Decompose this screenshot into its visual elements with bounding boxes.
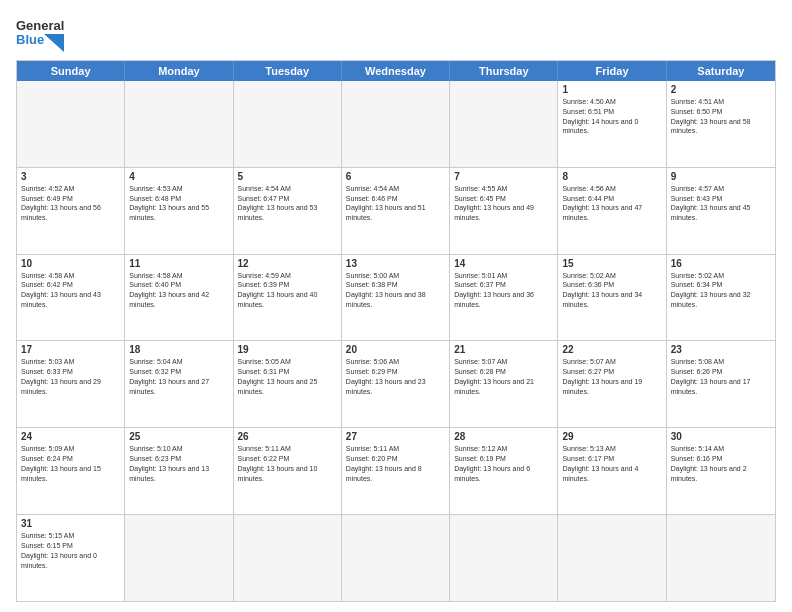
calendar-cell: 14Sunrise: 5:01 AM Sunset: 6:37 PM Dayli…	[450, 255, 558, 341]
calendar-cell: 20Sunrise: 5:06 AM Sunset: 6:29 PM Dayli…	[342, 341, 450, 427]
calendar-cell	[125, 81, 233, 167]
calendar-cell: 17Sunrise: 5:03 AM Sunset: 6:33 PM Dayli…	[17, 341, 125, 427]
calendar-cell: 11Sunrise: 4:58 AM Sunset: 6:40 PM Dayli…	[125, 255, 233, 341]
calendar-cell: 18Sunrise: 5:04 AM Sunset: 6:32 PM Dayli…	[125, 341, 233, 427]
day-info: Sunrise: 5:14 AM Sunset: 6:16 PM Dayligh…	[671, 444, 771, 483]
calendar: SundayMondayTuesdayWednesdayThursdayFrid…	[16, 60, 776, 602]
day-info: Sunrise: 5:10 AM Sunset: 6:23 PM Dayligh…	[129, 444, 228, 483]
day-header: Friday	[558, 61, 666, 81]
day-number: 23	[671, 344, 771, 355]
calendar-cell: 7Sunrise: 4:55 AM Sunset: 6:45 PM Daylig…	[450, 168, 558, 254]
day-info: Sunrise: 5:05 AM Sunset: 6:31 PM Dayligh…	[238, 357, 337, 396]
calendar-cell: 1Sunrise: 4:50 AM Sunset: 6:51 PM Daylig…	[558, 81, 666, 167]
day-number: 12	[238, 258, 337, 269]
calendar-cell: 6Sunrise: 4:54 AM Sunset: 6:46 PM Daylig…	[342, 168, 450, 254]
calendar-cell: 29Sunrise: 5:13 AM Sunset: 6:17 PM Dayli…	[558, 428, 666, 514]
day-number: 3	[21, 171, 120, 182]
calendar-week-row: 1Sunrise: 4:50 AM Sunset: 6:51 PM Daylig…	[17, 81, 775, 167]
day-number: 7	[454, 171, 553, 182]
day-number: 21	[454, 344, 553, 355]
day-header: Monday	[125, 61, 233, 81]
day-number: 24	[21, 431, 120, 442]
calendar-cell	[450, 81, 558, 167]
day-info: Sunrise: 5:07 AM Sunset: 6:28 PM Dayligh…	[454, 357, 553, 396]
day-info: Sunrise: 4:57 AM Sunset: 6:43 PM Dayligh…	[671, 184, 771, 223]
calendar-header: SundayMondayTuesdayWednesdayThursdayFrid…	[17, 61, 775, 81]
day-header: Sunday	[17, 61, 125, 81]
day-number: 14	[454, 258, 553, 269]
logo-icon: General Blue	[16, 14, 64, 52]
day-info: Sunrise: 5:07 AM Sunset: 6:27 PM Dayligh…	[562, 357, 661, 396]
day-number: 25	[129, 431, 228, 442]
calendar-week-row: 3Sunrise: 4:52 AM Sunset: 6:49 PM Daylig…	[17, 167, 775, 254]
day-number: 22	[562, 344, 661, 355]
day-number: 6	[346, 171, 445, 182]
day-number: 13	[346, 258, 445, 269]
calendar-cell: 22Sunrise: 5:07 AM Sunset: 6:27 PM Dayli…	[558, 341, 666, 427]
day-info: Sunrise: 5:01 AM Sunset: 6:37 PM Dayligh…	[454, 271, 553, 310]
day-number: 17	[21, 344, 120, 355]
day-info: Sunrise: 5:11 AM Sunset: 6:22 PM Dayligh…	[238, 444, 337, 483]
day-header: Thursday	[450, 61, 558, 81]
day-header: Saturday	[667, 61, 775, 81]
calendar-cell: 13Sunrise: 5:00 AM Sunset: 6:38 PM Dayli…	[342, 255, 450, 341]
day-info: Sunrise: 4:58 AM Sunset: 6:40 PM Dayligh…	[129, 271, 228, 310]
day-info: Sunrise: 4:53 AM Sunset: 6:48 PM Dayligh…	[129, 184, 228, 223]
day-info: Sunrise: 4:51 AM Sunset: 6:50 PM Dayligh…	[671, 97, 771, 136]
calendar-cell: 27Sunrise: 5:11 AM Sunset: 6:20 PM Dayli…	[342, 428, 450, 514]
day-number: 19	[238, 344, 337, 355]
day-number: 16	[671, 258, 771, 269]
calendar-week-row: 17Sunrise: 5:03 AM Sunset: 6:33 PM Dayli…	[17, 340, 775, 427]
calendar-week-row: 10Sunrise: 4:58 AM Sunset: 6:42 PM Dayli…	[17, 254, 775, 341]
day-number: 27	[346, 431, 445, 442]
calendar-cell: 15Sunrise: 5:02 AM Sunset: 6:36 PM Dayli…	[558, 255, 666, 341]
calendar-cell: 10Sunrise: 4:58 AM Sunset: 6:42 PM Dayli…	[17, 255, 125, 341]
calendar-cell: 25Sunrise: 5:10 AM Sunset: 6:23 PM Dayli…	[125, 428, 233, 514]
calendar-cell	[667, 515, 775, 601]
calendar-cell: 24Sunrise: 5:09 AM Sunset: 6:24 PM Dayli…	[17, 428, 125, 514]
day-number: 30	[671, 431, 771, 442]
day-info: Sunrise: 4:58 AM Sunset: 6:42 PM Dayligh…	[21, 271, 120, 310]
calendar-cell	[342, 81, 450, 167]
day-info: Sunrise: 5:02 AM Sunset: 6:34 PM Dayligh…	[671, 271, 771, 310]
calendar-cell	[125, 515, 233, 601]
day-info: Sunrise: 5:00 AM Sunset: 6:38 PM Dayligh…	[346, 271, 445, 310]
day-number: 8	[562, 171, 661, 182]
header: General Blue	[16, 14, 776, 52]
calendar-body: 1Sunrise: 4:50 AM Sunset: 6:51 PM Daylig…	[17, 81, 775, 601]
day-number: 29	[562, 431, 661, 442]
calendar-cell: 21Sunrise: 5:07 AM Sunset: 6:28 PM Dayli…	[450, 341, 558, 427]
day-number: 4	[129, 171, 228, 182]
day-info: Sunrise: 4:59 AM Sunset: 6:39 PM Dayligh…	[238, 271, 337, 310]
day-info: Sunrise: 4:54 AM Sunset: 6:46 PM Dayligh…	[346, 184, 445, 223]
day-number: 2	[671, 84, 771, 95]
calendar-cell: 12Sunrise: 4:59 AM Sunset: 6:39 PM Dayli…	[234, 255, 342, 341]
day-number: 28	[454, 431, 553, 442]
calendar-cell: 26Sunrise: 5:11 AM Sunset: 6:22 PM Dayli…	[234, 428, 342, 514]
calendar-cell: 16Sunrise: 5:02 AM Sunset: 6:34 PM Dayli…	[667, 255, 775, 341]
day-info: Sunrise: 4:55 AM Sunset: 6:45 PM Dayligh…	[454, 184, 553, 223]
calendar-cell: 8Sunrise: 4:56 AM Sunset: 6:44 PM Daylig…	[558, 168, 666, 254]
day-info: Sunrise: 5:02 AM Sunset: 6:36 PM Dayligh…	[562, 271, 661, 310]
calendar-cell: 28Sunrise: 5:12 AM Sunset: 6:19 PM Dayli…	[450, 428, 558, 514]
calendar-cell: 31Sunrise: 5:15 AM Sunset: 6:15 PM Dayli…	[17, 515, 125, 601]
day-info: Sunrise: 5:12 AM Sunset: 6:19 PM Dayligh…	[454, 444, 553, 483]
calendar-week-row: 31Sunrise: 5:15 AM Sunset: 6:15 PM Dayli…	[17, 514, 775, 601]
calendar-cell	[234, 81, 342, 167]
calendar-cell: 23Sunrise: 5:08 AM Sunset: 6:26 PM Dayli…	[667, 341, 775, 427]
calendar-week-row: 24Sunrise: 5:09 AM Sunset: 6:24 PM Dayli…	[17, 427, 775, 514]
day-number: 26	[238, 431, 337, 442]
day-number: 1	[562, 84, 661, 95]
day-header: Tuesday	[234, 61, 342, 81]
day-number: 31	[21, 518, 120, 529]
day-info: Sunrise: 5:11 AM Sunset: 6:20 PM Dayligh…	[346, 444, 445, 483]
day-number: 10	[21, 258, 120, 269]
day-number: 9	[671, 171, 771, 182]
calendar-cell: 19Sunrise: 5:05 AM Sunset: 6:31 PM Dayli…	[234, 341, 342, 427]
day-info: Sunrise: 5:04 AM Sunset: 6:32 PM Dayligh…	[129, 357, 228, 396]
calendar-cell: 3Sunrise: 4:52 AM Sunset: 6:49 PM Daylig…	[17, 168, 125, 254]
day-info: Sunrise: 5:06 AM Sunset: 6:29 PM Dayligh…	[346, 357, 445, 396]
day-number: 20	[346, 344, 445, 355]
day-info: Sunrise: 4:50 AM Sunset: 6:51 PM Dayligh…	[562, 97, 661, 136]
day-number: 11	[129, 258, 228, 269]
